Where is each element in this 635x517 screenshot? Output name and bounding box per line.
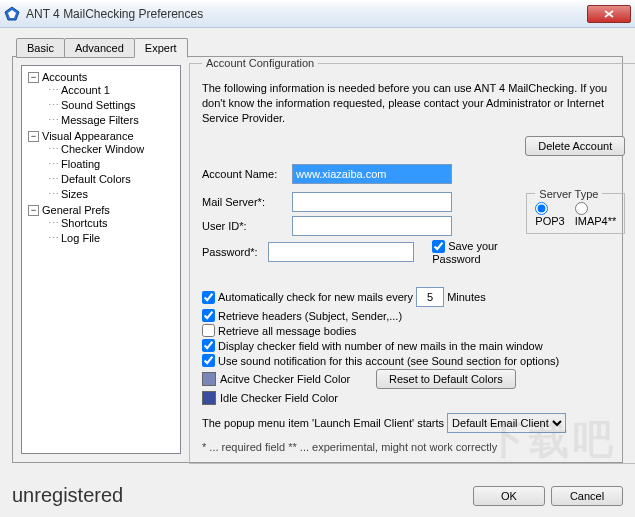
auto-check-checkbox[interactable] (202, 291, 215, 304)
tab-advanced[interactable]: Advanced (64, 38, 135, 58)
password-input[interactable] (268, 242, 414, 262)
main-panel: −Accounts Account 1 Sound Settings Messa… (12, 56, 623, 463)
imap4-option[interactable]: IMAP4** (575, 202, 617, 228)
tree-general[interactable]: −General Prefs (28, 204, 180, 216)
tree-floating[interactable]: Floating (61, 158, 100, 170)
retrieve-bodies-checkbox[interactable] (202, 324, 215, 337)
use-sound-checkbox[interactable] (202, 354, 215, 367)
idle-color-swatch[interactable] (202, 391, 216, 405)
tree-visual[interactable]: −Visual Appearance (28, 130, 180, 142)
reset-colors-button[interactable]: Reset to Default Colors (376, 369, 516, 389)
account-name-input[interactable] (292, 164, 452, 184)
tree-checker[interactable]: Checker Window (61, 143, 144, 155)
retrieve-headers-checkbox[interactable] (202, 309, 215, 322)
active-color-swatch[interactable] (202, 372, 216, 386)
tree-colors[interactable]: Default Colors (61, 173, 131, 185)
pop3-option[interactable]: POP3 (535, 202, 564, 228)
tree-accounts[interactable]: −Accounts (28, 71, 180, 83)
tree-account1[interactable]: Account 1 (61, 84, 110, 96)
app-icon (4, 6, 20, 22)
pop3-radio[interactable] (535, 202, 548, 215)
delete-account-button[interactable]: Delete Account (525, 136, 625, 156)
tab-strip: Basic Advanced Expert (16, 38, 187, 58)
tree-sizes[interactable]: Sizes (61, 188, 88, 200)
minutes-input[interactable] (416, 287, 444, 307)
titlebar: ANT 4 MailChecking Preferences (0, 0, 635, 28)
cancel-button[interactable]: Cancel (551, 486, 623, 506)
tree-filters[interactable]: Message Filters (61, 114, 139, 126)
server-type-fieldset: Server Type POP3 IMAP4** (526, 188, 625, 235)
mail-server-input[interactable] (292, 192, 452, 212)
account-name-label: Account Name: (202, 168, 292, 180)
user-id-label: User ID*: (202, 220, 292, 232)
tab-basic[interactable]: Basic (16, 38, 65, 58)
tree-sound[interactable]: Sound Settings (61, 99, 136, 111)
footer: unregistered OK Cancel (12, 484, 623, 507)
tree-shortcuts[interactable]: Shortcuts (61, 217, 107, 229)
password-label: Password*: (202, 246, 268, 258)
imap4-radio[interactable] (575, 202, 588, 215)
collapse-icon[interactable]: − (28, 72, 39, 83)
intro-text: The following information is needed befo… (202, 81, 625, 126)
popup-label: The popup menu item 'Launch Email Client… (202, 417, 444, 429)
mail-server-label: Mail Server*: (202, 196, 292, 208)
ok-button[interactable]: OK (473, 486, 545, 506)
user-id-input[interactable] (292, 216, 452, 236)
footnote: * ... required field ** ... experimental… (202, 441, 625, 453)
tree-logfile[interactable]: Log File (61, 232, 100, 244)
account-config-fieldset: Account Configuration The following info… (189, 57, 635, 464)
close-button[interactable] (587, 5, 631, 23)
window-title: ANT 4 MailChecking Preferences (26, 7, 587, 21)
fieldset-legend: Account Configuration (202, 57, 318, 69)
nav-tree[interactable]: −Accounts Account 1 Sound Settings Messa… (21, 65, 181, 454)
collapse-icon[interactable]: − (28, 205, 39, 216)
server-type-legend: Server Type (535, 188, 602, 200)
collapse-icon[interactable]: − (28, 131, 39, 142)
email-client-select[interactable]: Default Email Client (447, 413, 566, 433)
display-checker-checkbox[interactable] (202, 339, 215, 352)
unregistered-label: unregistered (12, 484, 467, 507)
save-password-checkbox[interactable] (432, 240, 445, 253)
tab-expert[interactable]: Expert (134, 38, 188, 58)
